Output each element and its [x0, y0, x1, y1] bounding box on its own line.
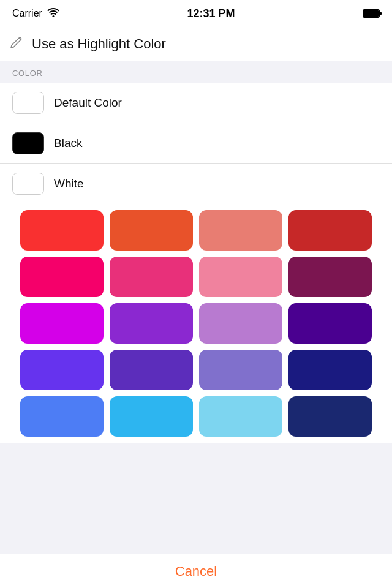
- color-grid: [0, 204, 392, 443]
- grid-swatch-2-3[interactable]: [288, 303, 372, 344]
- label-default: Default Color: [54, 96, 122, 110]
- color-grid-row-3: [7, 350, 385, 390]
- grid-swatch-1-0[interactable]: [20, 257, 104, 297]
- color-grid-row-1: [7, 257, 385, 297]
- grid-swatch-4-1[interactable]: [110, 396, 193, 437]
- swatch-default: [12, 92, 44, 114]
- grid-swatch-2-0[interactable]: [20, 303, 104, 344]
- grid-swatch-4-2[interactable]: [199, 396, 282, 437]
- color-grid-row-4: [7, 396, 385, 437]
- status-bar-right: [363, 9, 380, 18]
- wifi-icon: [47, 7, 59, 20]
- color-grid-row-0: [7, 210, 385, 251]
- grid-swatch-0-2[interactable]: [199, 210, 282, 251]
- list-item-default[interactable]: Default Color: [0, 83, 392, 123]
- grid-swatch-0-3[interactable]: [288, 210, 372, 251]
- grid-swatch-2-1[interactable]: [110, 303, 193, 344]
- grid-swatch-1-1[interactable]: [110, 257, 193, 297]
- cancel-bar: Cancel: [0, 554, 392, 588]
- grid-swatch-4-0[interactable]: [20, 396, 104, 437]
- color-grid-row-2: [7, 303, 385, 344]
- list-item-white[interactable]: White: [0, 164, 392, 204]
- list-item-black[interactable]: Black: [0, 123, 392, 164]
- grid-swatch-1-2[interactable]: [199, 257, 282, 297]
- color-list: Default Color Black White: [0, 83, 392, 204]
- battery-icon: [363, 9, 380, 18]
- label-black: Black: [54, 137, 82, 150]
- grid-swatch-3-2[interactable]: [199, 350, 282, 390]
- label-white: White: [54, 177, 84, 190]
- cancel-button[interactable]: Cancel: [175, 564, 217, 579]
- section-header: COLOR: [0, 61, 392, 83]
- status-bar-left: Carrier: [12, 7, 59, 20]
- grid-swatch-0-1[interactable]: [110, 210, 193, 251]
- status-bar-time: 12:31 PM: [187, 7, 235, 20]
- grid-swatch-4-3[interactable]: [288, 396, 372, 437]
- status-bar: Carrier 12:31 PM: [0, 0, 392, 27]
- grid-swatch-0-0[interactable]: [20, 210, 104, 251]
- swatch-black: [12, 132, 44, 154]
- grid-swatch-1-3[interactable]: [288, 257, 372, 297]
- grid-swatch-3-3[interactable]: [288, 350, 372, 390]
- nav-bar: Use as Highlight Color: [0, 27, 392, 61]
- swatch-white: [12, 173, 44, 195]
- pencil-icon: [10, 36, 23, 52]
- carrier-label: Carrier: [12, 8, 42, 19]
- grid-swatch-3-0[interactable]: [20, 350, 104, 390]
- grid-swatch-2-2[interactable]: [199, 303, 282, 344]
- grid-swatch-3-1[interactable]: [110, 350, 193, 390]
- nav-title: Use as Highlight Color: [32, 36, 166, 52]
